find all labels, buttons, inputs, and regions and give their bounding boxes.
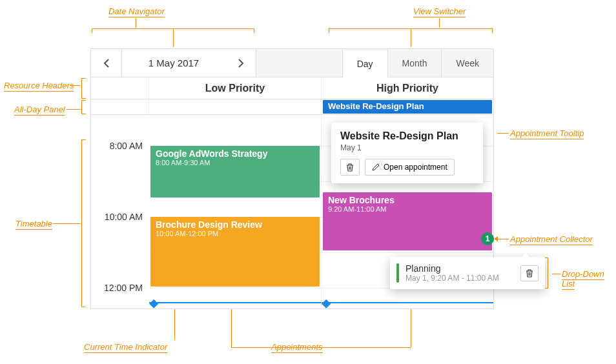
label-current-time: Current Time Indicator	[84, 342, 167, 352]
pointer-line	[552, 274, 560, 274]
chevron-left-icon	[103, 59, 110, 68]
dropdown-text: Planning May 1, 9:20 AM - 11:00 AM	[406, 263, 499, 283]
resource-high: High Priority	[322, 77, 493, 99]
trash-icon	[346, 163, 354, 172]
pointer-line	[174, 305, 175, 340]
pointer-line	[173, 29, 174, 47]
label-all-day-panel: All-Day Panel	[14, 105, 65, 114]
pointer-line	[70, 85, 81, 86]
allday-high[interactable]: Website Re-Design Plan	[322, 99, 493, 114]
bracket-resource-headers	[81, 78, 82, 99]
pointer-line	[497, 239, 509, 239]
appointment-collector[interactable]: 1	[481, 232, 494, 245]
resource-headers: Low Priority High Priority	[91, 77, 493, 99]
appt-title: New Brochures	[328, 195, 487, 205]
current-time-dot-icon	[149, 299, 158, 308]
pointer-line	[231, 347, 296, 348]
tab-day[interactable]: Day	[342, 50, 387, 78]
current-time-dot-icon	[322, 299, 331, 308]
label-date-navigator: Date Navigator	[108, 6, 165, 16]
arrowhead-icon	[494, 236, 498, 241]
pencil-icon	[372, 163, 380, 171]
appt-title: Google AdWords Strategy	[156, 148, 314, 159]
all-day-panel: Website Re-Design Plan	[91, 99, 493, 115]
pointer-line	[497, 133, 509, 134]
col-low[interactable]: Google AdWords Strategy 8:00 AM-9:30 AM …	[149, 115, 322, 308]
appt-new-brochures[interactable]: New Brochures 9:20 AM-11:00 AM	[323, 192, 492, 250]
bracket-dropdown	[548, 258, 548, 288]
nav-bar: 1 May 2017 Day Month Week	[91, 49, 493, 77]
open-label: Open appointment	[384, 163, 447, 172]
label-tooltip: Appointment Tooltip	[510, 128, 584, 138]
appt-title: Brochure Design Review	[156, 219, 314, 230]
resource-low: Low Priority	[149, 77, 322, 99]
tooltip-actions: Open appointment	[340, 159, 474, 176]
time-label: 12:00 PM	[104, 283, 143, 293]
bracket-timetable	[81, 139, 82, 307]
gutter	[91, 99, 149, 114]
gutter	[91, 77, 149, 99]
current-date[interactable]: 1 May 2017	[122, 49, 225, 77]
allday-low[interactable]	[149, 99, 322, 114]
pointer-line	[136, 18, 136, 28]
pointer-line	[53, 223, 81, 224]
current-time-line	[322, 302, 493, 303]
dropdown-title: Planning	[406, 263, 499, 274]
label-collector: Appointment Collector	[510, 234, 593, 244]
tooltip-date: May 1	[340, 143, 474, 152]
dropdown-caret-icon	[522, 253, 529, 257]
pointer-line	[296, 347, 411, 348]
next-button[interactable]	[225, 49, 256, 77]
prev-button[interactable]	[91, 49, 122, 77]
nav-spacer	[256, 49, 342, 77]
tab-week[interactable]: Week	[441, 49, 493, 77]
appt-website-redesign[interactable]: Website Re-Design Plan	[323, 100, 492, 114]
time-label: 10:00 AM	[105, 212, 143, 222]
label-view-switcher: View Switcher	[413, 6, 466, 16]
open-appointment-button[interactable]: Open appointment	[365, 159, 455, 176]
bracket-all-day-panel	[81, 100, 82, 114]
tab-month[interactable]: Month	[387, 49, 442, 77]
collector-dropdown: Planning May 1, 9:20 AM - 11:00 AM	[390, 257, 545, 289]
appt-time: 10:00 AM-12:00 PM	[156, 230, 314, 238]
time-label: 8:00 AM	[110, 141, 143, 151]
current-time-line	[149, 302, 321, 303]
appt-time: 8:00 AM-9:30 AM	[156, 159, 314, 167]
dropdown-delete-button[interactable]	[520, 265, 539, 281]
appt-adwords[interactable]: Google AdWords Strategy 8:00 AM-9:30 AM	[150, 146, 320, 197]
category-stripe-icon	[396, 263, 399, 283]
delete-button[interactable]	[340, 159, 360, 176]
appt-brochure-review[interactable]: Brochure Design Review 10:00 AM-12:00 PM	[150, 217, 320, 287]
appt-time: 9:20 AM-11:00 AM	[328, 205, 487, 213]
pointer-line	[439, 18, 440, 28]
dropdown-item[interactable]: Planning May 1, 9:20 AM - 11:00 AM	[390, 257, 545, 289]
label-timetable: Timetable	[15, 219, 52, 228]
label-resource-headers: Resource Headers	[4, 81, 74, 90]
chevron-right-icon	[238, 59, 244, 68]
view-tabs: Day Month Week	[342, 49, 493, 77]
tooltip-title: Website Re-Design Plan	[340, 130, 474, 142]
trash-icon	[526, 269, 533, 278]
appointment-tooltip: Website Re-Design Plan May 1 Open appoin…	[331, 123, 483, 183]
dropdown-sub: May 1, 9:20 AM - 11:00 AM	[406, 274, 499, 283]
label-dropdown: Drop-Down List	[562, 269, 616, 288]
pointer-line	[411, 29, 411, 47]
time-gutter: 8:00 AM 10:00 AM 12:00 PM	[91, 115, 149, 308]
pointer-line	[67, 109, 81, 110]
